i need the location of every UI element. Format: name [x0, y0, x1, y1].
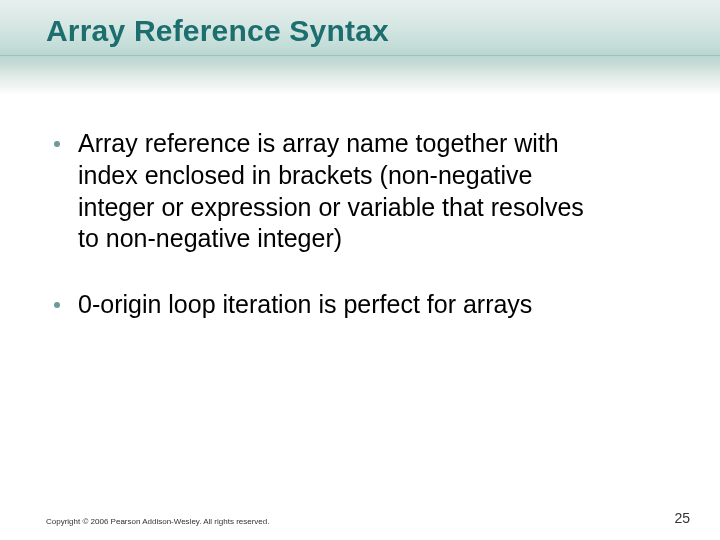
slide-content: Array reference is array name together w… — [54, 128, 660, 355]
slide-title: Array Reference Syntax — [46, 14, 389, 48]
bullet-text: 0-origin loop iteration is perfect for a… — [78, 289, 532, 321]
bullet-icon — [54, 141, 60, 147]
bullet-text: Array reference is array name together w… — [78, 128, 598, 255]
list-item: 0-origin loop iteration is perfect for a… — [54, 289, 660, 321]
copyright-text: Copyright © 2006 Pearson Addison-Wesley.… — [46, 517, 270, 526]
list-item: Array reference is array name together w… — [54, 128, 660, 255]
page-number: 25 — [674, 510, 690, 526]
bullet-icon — [54, 302, 60, 308]
slide-footer: Copyright © 2006 Pearson Addison-Wesley.… — [46, 510, 690, 526]
header-divider — [0, 55, 720, 56]
